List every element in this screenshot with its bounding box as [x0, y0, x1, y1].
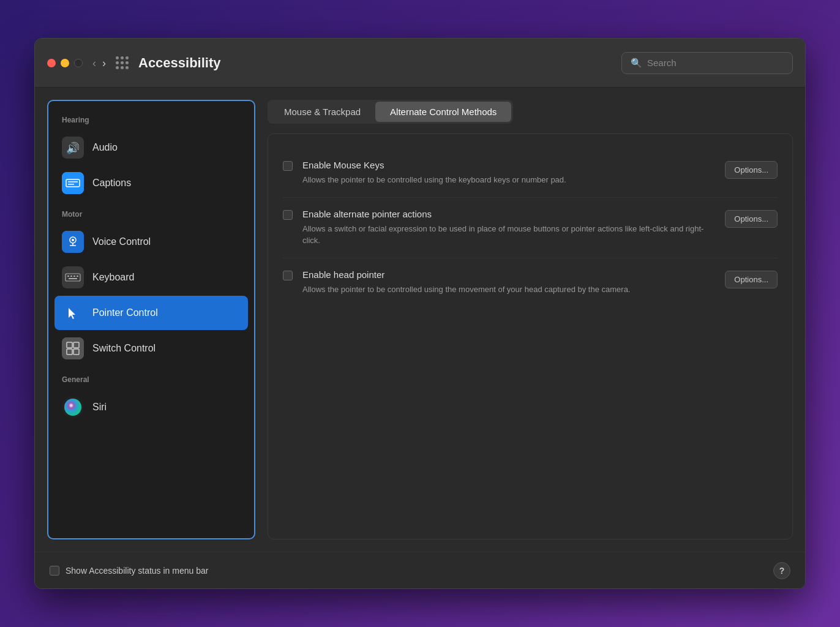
sidebar-item-siri-label: Siri — [92, 402, 107, 413]
mouse-keys-checkbox-wrapper[interactable] — [283, 161, 293, 171]
svg-text:🔊: 🔊 — [66, 141, 80, 155]
sidebar-item-captions-label: Captions — [92, 178, 131, 189]
tab-alternate-control[interactable]: Alternate Control Methods — [375, 102, 511, 122]
siri-icon — [62, 396, 84, 418]
audio-icon: 🔊 — [62, 137, 84, 159]
sidebar-item-audio[interactable]: 🔊 Audio — [54, 130, 248, 165]
sidebar-section-hearing: Hearing — [54, 113, 248, 129]
svg-rect-6 — [62, 231, 84, 253]
svg-rect-14 — [70, 276, 72, 277]
maximize-button[interactable] — [74, 59, 83, 67]
mouse-keys-text: Enable Mouse Keys Allows the pointer to … — [302, 160, 715, 186]
traffic-lights — [47, 59, 83, 67]
sidebar-section-motor: Motor — [54, 208, 248, 223]
head-pointer-description: Allows the pointer to be controlled usin… — [302, 283, 715, 296]
head-pointer-title: Enable head pointer — [302, 269, 715, 280]
svg-rect-17 — [69, 278, 77, 279]
sidebar-item-audio-label: Audio — [92, 142, 118, 153]
alternate-pointer-options-button[interactable]: Options... — [725, 210, 778, 228]
app-grid-icon[interactable] — [116, 56, 129, 69]
mouse-keys-options-button[interactable]: Options... — [725, 161, 778, 179]
keyboard-icon — [62, 266, 84, 288]
sidebar-item-voice-control[interactable]: Voice Control — [54, 225, 248, 259]
sidebar-item-pointer-label: Pointer Control — [92, 307, 158, 318]
pointer-control-icon — [62, 302, 84, 324]
sidebar: Hearing 🔊 Audio — [47, 100, 255, 539]
head-pointer-checkbox[interactable] — [283, 271, 293, 280]
alternate-pointer-description: Allows a switch or facial expression to … — [302, 223, 715, 247]
tabs-container: Mouse & Trackpad Alternate Control Metho… — [268, 100, 513, 124]
sidebar-item-keyboard[interactable]: Keyboard — [54, 260, 248, 295]
nav-arrows: ‹ › — [92, 58, 106, 69]
sidebar-item-voice-label: Voice Control — [92, 236, 151, 247]
svg-rect-16 — [77, 276, 78, 277]
svg-rect-20 — [62, 337, 84, 359]
back-arrow[interactable]: ‹ — [92, 58, 96, 69]
sidebar-item-captions[interactable]: Captions — [54, 166, 248, 200]
alternate-pointer-text: Enable alternate pointer actions Allows … — [302, 209, 715, 247]
svg-rect-15 — [73, 276, 75, 277]
close-button[interactable] — [47, 59, 56, 67]
sidebar-section-general: General — [54, 373, 248, 389]
mouse-keys-title: Enable Mouse Keys — [302, 160, 715, 170]
sidebar-item-siri[interactable]: Siri — [54, 390, 248, 424]
head-pointer-checkbox-wrapper[interactable] — [283, 271, 293, 280]
setting-alternate-pointer: Enable alternate pointer actions Allows … — [283, 198, 778, 258]
setting-mouse-keys: Enable Mouse Keys Allows the pointer to … — [283, 149, 778, 198]
switch-control-icon — [62, 337, 84, 359]
main-panel: Mouse & Trackpad Alternate Control Metho… — [268, 100, 793, 539]
tab-mouse-trackpad[interactable]: Mouse & Trackpad — [269, 102, 375, 122]
head-pointer-text: Enable head pointer Allows the pointer t… — [302, 269, 715, 296]
svg-point-8 — [72, 239, 74, 241]
svg-point-26 — [64, 399, 81, 416]
alternate-pointer-title: Enable alternate pointer actions — [302, 209, 715, 219]
content-area: Hearing 🔊 Audio — [35, 88, 805, 552]
svg-rect-13 — [67, 276, 69, 277]
search-icon: 🔍 — [631, 58, 642, 69]
mouse-keys-checkbox[interactable] — [283, 161, 293, 171]
help-button[interactable]: ? — [773, 562, 790, 579]
head-pointer-options-button[interactable]: Options... — [725, 271, 778, 288]
sidebar-item-pointer-control[interactable]: Pointer Control — [54, 296, 248, 330]
alternate-pointer-checkbox[interactable] — [283, 210, 293, 220]
sidebar-item-keyboard-label: Keyboard — [92, 272, 135, 283]
sidebar-item-switch-label: Switch Control — [92, 343, 156, 354]
setting-head-pointer: Enable head pointer Allows the pointer t… — [283, 258, 778, 307]
panel-content: Enable Mouse Keys Allows the pointer to … — [268, 133, 793, 539]
search-input[interactable] — [647, 58, 784, 68]
voice-control-icon — [62, 231, 84, 253]
sidebar-item-switch-control[interactable]: Switch Control — [54, 331, 248, 366]
forward-arrow[interactable]: › — [102, 58, 106, 69]
search-bar[interactable]: 🔍 — [621, 52, 793, 74]
mouse-keys-description: Allows the pointer to be controlled usin… — [302, 174, 715, 186]
footer: Show Accessibility status in menu bar ? — [35, 552, 805, 588]
menu-bar-checkbox[interactable] — [50, 566, 59, 576]
main-window: ‹ › Accessibility 🔍 Hearing — [34, 38, 806, 589]
minimize-button[interactable] — [61, 59, 69, 67]
menu-bar-label: Show Accessibility status in menu bar — [66, 566, 773, 576]
alternate-pointer-checkbox-wrapper[interactable] — [283, 210, 293, 220]
captions-icon — [62, 172, 84, 194]
svg-rect-2 — [62, 172, 84, 194]
titlebar: ‹ › Accessibility 🔍 — [35, 39, 805, 88]
page-title: Accessibility — [138, 55, 621, 71]
